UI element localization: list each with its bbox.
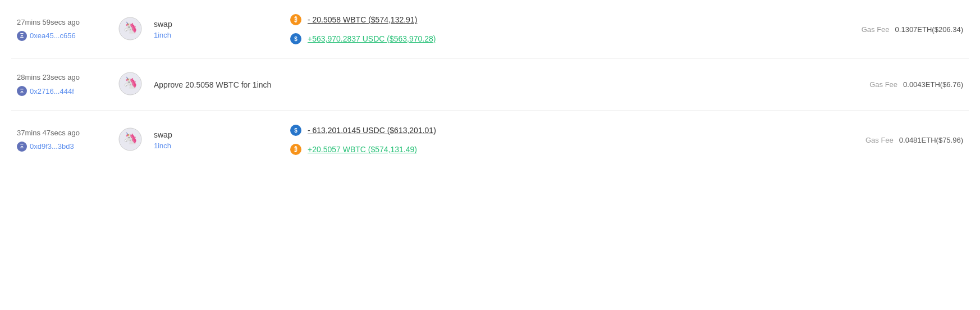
action-type: swap — [154, 130, 266, 139]
token-line: $+563,970.2837 USDC ($563,970.28) — [288, 31, 828, 46]
wallet-address[interactable]: 0x2716...444f — [30, 87, 74, 95]
svg-text:₿: ₿ — [294, 146, 297, 153]
gas-fee-label: Gas Fee — [862, 25, 890, 34]
token-line: ₿- 20.5058 WBTC ($574,132.91) — [288, 12, 828, 27]
gas-fee-label: Gas Fee — [865, 136, 894, 144]
transaction-time: 27mins 59secs ago — [17, 18, 107, 26]
gas-fee-label: Gas Fee — [869, 80, 897, 89]
action-type: Approve 20.5058 WBTC for 1inch — [154, 80, 271, 89]
address-wrapper: Ξ0xea45...c656 — [17, 31, 107, 41]
svg-text:🦄: 🦄 — [123, 21, 138, 34]
action-protocol[interactable]: 1inch — [154, 142, 266, 150]
time-address-col: 37mins 47secs agoΞ0xd9f3...3bd3 — [17, 129, 107, 152]
svg-text:$: $ — [294, 36, 297, 42]
eth-icon: Ξ — [17, 86, 27, 96]
table-row: 28mins 23secs agoΞ0x2716...444f🦄Approve … — [11, 59, 969, 111]
address-wrapper: Ξ0x2716...444f — [17, 86, 107, 96]
table-row: 27mins 59secs agoΞ0xea45...c656🦄swap1inc… — [11, 0, 969, 59]
protocol-icon: 🦄 — [118, 16, 143, 43]
transactions-container: 27mins 59secs agoΞ0xea45...c656🦄swap1inc… — [0, 0, 980, 310]
token-line: $- 613,201.0145 USDC ($613,201.01) — [288, 123, 828, 138]
gas-fee-col: Gas Fee0.0043ETH($6.76) — [840, 80, 963, 89]
svg-text:🦄: 🦄 — [123, 76, 138, 89]
action-col: swap1inch — [154, 20, 266, 39]
token-amounts-col: ₿- 20.5058 WBTC ($574,132.91)$+563,970.2… — [288, 12, 828, 46]
table-row: 37mins 47secs agoΞ0xd9f3...3bd3🦄swap1inc… — [11, 111, 969, 169]
gas-fee-value: 0.0481ETH($75.96) — [899, 136, 963, 144]
negative-amount[interactable]: - 20.5058 WBTC ($574,132.91) — [308, 15, 417, 24]
negative-amount[interactable]: - 613,201.0145 USDC ($613,201.01) — [308, 126, 436, 135]
wallet-address[interactable]: 0xd9f3...3bd3 — [30, 142, 74, 151]
gas-fee-col: Gas Fee0.0481ETH($75.96) — [840, 136, 963, 144]
action-col: swap1inch — [154, 130, 266, 150]
action-col: Approve 20.5058 WBTC for 1inch — [154, 80, 271, 89]
transaction-time: 28mins 23secs ago — [17, 73, 107, 81]
positive-amount[interactable]: +20.5057 WBTC ($574,131.49) — [308, 145, 417, 154]
token-line: ₿+20.5057 WBTC ($574,131.49) — [288, 142, 828, 157]
gas-fee-value: 0.1307ETH($206.34) — [895, 25, 963, 34]
token-amounts-col: $- 613,201.0145 USDC ($613,201.01)₿+20.5… — [288, 123, 828, 157]
action-type: swap — [154, 20, 266, 29]
protocol-icon: 🦄 — [118, 71, 143, 98]
svg-text:🦄: 🦄 — [123, 131, 138, 145]
protocol-icon: 🦄 — [118, 127, 143, 153]
wallet-address[interactable]: 0xea45...c656 — [30, 31, 76, 40]
transaction-time: 37mins 47secs ago — [17, 129, 107, 137]
gas-fee-value: 0.0043ETH($6.76) — [903, 80, 963, 89]
svg-text:₿: ₿ — [294, 16, 297, 23]
address-wrapper: Ξ0xd9f3...3bd3 — [17, 142, 107, 152]
time-address-col: 28mins 23secs agoΞ0x2716...444f — [17, 73, 107, 96]
svg-text:$: $ — [294, 127, 297, 134]
eth-icon: Ξ — [17, 31, 27, 41]
action-protocol[interactable]: 1inch — [154, 31, 266, 39]
positive-amount[interactable]: +563,970.2837 USDC ($563,970.28) — [308, 34, 436, 43]
eth-icon: Ξ — [17, 142, 27, 152]
gas-fee-col: Gas Fee0.1307ETH($206.34) — [840, 25, 963, 34]
time-address-col: 27mins 59secs agoΞ0xea45...c656 — [17, 18, 107, 41]
